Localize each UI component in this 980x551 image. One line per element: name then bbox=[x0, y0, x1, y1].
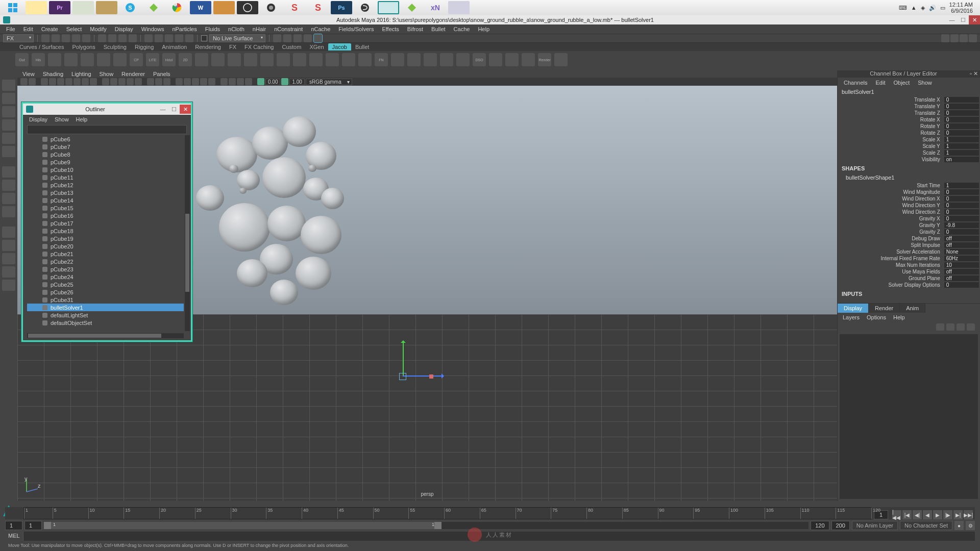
gamma-value[interactable]: 1.00 bbox=[289, 79, 304, 85]
play-forward-button[interactable]: ▶ bbox=[933, 510, 942, 519]
app-sd[interactable]: S bbox=[307, 1, 329, 14]
panel-menubar[interactable]: ViewShadingLightingShowRendererPanels bbox=[17, 70, 837, 78]
shelf-button-31[interactable] bbox=[522, 53, 535, 66]
ipr-icon[interactable] bbox=[293, 34, 302, 42]
gamma-icon[interactable] bbox=[229, 78, 236, 85]
outliner-vscrollbar[interactable] bbox=[185, 135, 190, 331]
window-titlebar[interactable]: Autodesk Maya 2016: S:\users\purepolygon… bbox=[0, 15, 980, 24]
layer-menubar[interactable]: LayersOptionsHelp bbox=[838, 313, 980, 322]
menu-nparticles[interactable]: nParticles bbox=[168, 26, 201, 32]
shelf-button-24[interactable] bbox=[407, 53, 421, 66]
snap-live-icon[interactable] bbox=[185, 34, 193, 42]
character-set-dropdown[interactable]: No Character Set bbox=[900, 521, 952, 530]
outliner-item[interactable]: pCube24 bbox=[27, 273, 184, 281]
outliner-maximize-button[interactable]: ☐ bbox=[168, 105, 180, 114]
toolbox[interactable] bbox=[0, 78, 17, 522]
shelf-button-9[interactable]: Hdol bbox=[162, 53, 176, 66]
step-back-button[interactable]: ◀| bbox=[913, 510, 922, 519]
use-lights-icon[interactable] bbox=[127, 78, 134, 85]
shelf-button-19[interactable] bbox=[326, 53, 339, 66]
graph-toggle-icon[interactable] bbox=[2, 240, 15, 251]
step-forward-key-button[interactable]: ▶| bbox=[953, 510, 963, 519]
range-end-inner[interactable]: 120 bbox=[811, 521, 829, 530]
light-icon-5[interactable] bbox=[208, 78, 215, 85]
attr-value-field[interactable]: 0 bbox=[944, 97, 979, 103]
app-skype[interactable]: S bbox=[119, 1, 141, 14]
shelf-tab-rigging[interactable]: Rigging bbox=[131, 43, 158, 51]
outliner-menubar[interactable]: DisplayShowHelp bbox=[23, 115, 191, 124]
shelf-button-29[interactable] bbox=[489, 53, 502, 66]
outliner-item[interactable]: bulletSolver1 bbox=[27, 304, 184, 311]
gamma-indicator-icon[interactable] bbox=[281, 78, 288, 85]
menu-fluids[interactable]: Fluids bbox=[201, 26, 224, 32]
last-tool-icon[interactable] bbox=[2, 146, 15, 157]
app-chrome[interactable] bbox=[166, 1, 188, 14]
selected-node-name[interactable]: bulletSolver1 bbox=[838, 88, 980, 96]
outliner-toggle-icon[interactable] bbox=[2, 227, 15, 238]
shelf-button-18[interactable] bbox=[309, 53, 323, 66]
anim-layer-dropdown[interactable]: No Anim Layer bbox=[852, 521, 898, 530]
attr-value-field[interactable]: off bbox=[944, 269, 979, 274]
attr-value-field[interactable]: off bbox=[944, 236, 979, 241]
attr-value-field[interactable]: None bbox=[944, 249, 979, 255]
snap-point-icon[interactable] bbox=[165, 34, 173, 42]
layer-icon-4[interactable] bbox=[967, 323, 975, 331]
attr-value-field[interactable]: off bbox=[944, 276, 979, 281]
construction-hist-icon[interactable] bbox=[273, 34, 281, 42]
menu-bifrost[interactable]: Bifrost bbox=[403, 26, 427, 32]
attr-value-field[interactable]: 1 bbox=[944, 143, 979, 149]
app-image[interactable] bbox=[96, 1, 117, 14]
outliner-item[interactable]: pCube17 bbox=[27, 219, 184, 227]
shelf-button-2[interactable] bbox=[48, 53, 61, 66]
attr-value-field[interactable]: 1 bbox=[944, 183, 979, 188]
isolate-icon[interactable] bbox=[147, 78, 154, 85]
outliner-item[interactable]: pCube13 bbox=[27, 189, 184, 196]
app-obs[interactable] bbox=[260, 1, 282, 14]
maximize-button[interactable]: ☐ bbox=[958, 15, 969, 24]
outliner-item[interactable]: pCube19 bbox=[27, 235, 184, 242]
single-pane-icon[interactable] bbox=[2, 166, 15, 178]
outliner-item[interactable]: pCube31 bbox=[27, 296, 184, 304]
res-gate-icon[interactable] bbox=[57, 78, 64, 85]
layer-tabs[interactable]: DisplayRenderAnim bbox=[838, 303, 980, 313]
wireframe-icon[interactable] bbox=[102, 78, 109, 85]
shelf[interactable]: OutHisCPLITEHdol2DFNDSORender bbox=[0, 51, 980, 68]
outliner-item[interactable]: pCube10 bbox=[27, 166, 184, 173]
shelf-button-5[interactable] bbox=[97, 53, 110, 66]
range-bar[interactable]: 1 120 bbox=[51, 522, 442, 529]
layer-menu-help[interactable]: Help bbox=[893, 314, 905, 320]
tray-action-icon[interactable]: ▭ bbox=[940, 5, 945, 11]
light-icon-4[interactable] bbox=[200, 78, 207, 85]
lasso-tool-icon[interactable] bbox=[2, 93, 15, 104]
lasso-mode-icon[interactable] bbox=[108, 34, 116, 42]
shadows-icon[interactable] bbox=[135, 78, 142, 85]
shelf-button-0[interactable]: Out bbox=[15, 53, 29, 66]
shelf-button-3[interactable] bbox=[64, 53, 78, 66]
layer-menu-options[interactable]: Options bbox=[867, 314, 886, 320]
app-word[interactable]: W bbox=[190, 1, 211, 14]
channel-box[interactable]: ChannelsEditObjectShow bulletSolver1 Tra… bbox=[837, 78, 980, 501]
mesh-blob[interactable] bbox=[321, 188, 344, 209]
select-mode-icon[interactable] bbox=[98, 34, 106, 42]
outliner-item[interactable]: pCube15 bbox=[27, 204, 184, 212]
outliner-window[interactable]: Outliner — ☐ ✕ DisplayShowHelp pCube6pCu… bbox=[21, 102, 192, 342]
outliner-item[interactable]: pCube12 bbox=[27, 181, 184, 189]
shelf-button-10[interactable]: 2D bbox=[179, 53, 192, 66]
gate-mask-icon[interactable] bbox=[65, 78, 72, 85]
manip-y-axis[interactable] bbox=[403, 341, 404, 377]
outliner-item[interactable]: pCube20 bbox=[27, 242, 184, 250]
attr-value-field[interactable]: 0 bbox=[944, 216, 979, 221]
range-start-inner[interactable]: 1 bbox=[24, 521, 42, 530]
panel-menu-view[interactable]: View bbox=[22, 71, 35, 77]
manip-z-handle[interactable] bbox=[429, 374, 433, 379]
render-settings-icon[interactable] bbox=[304, 34, 312, 42]
two-pane-h-icon[interactable] bbox=[2, 206, 15, 217]
shape-attributes[interactable]: Start Time1Wind Magnitude0Wind Direction… bbox=[838, 182, 980, 289]
shelf-tab-sculpting[interactable]: Sculpting bbox=[100, 43, 131, 51]
outliner-item[interactable]: pCube22 bbox=[27, 258, 184, 265]
mesh-blob[interactable] bbox=[270, 280, 298, 305]
layer-list[interactable] bbox=[840, 334, 978, 499]
shelf-button-8[interactable]: LITE bbox=[146, 53, 159, 66]
range-knob-left[interactable] bbox=[44, 522, 51, 529]
light-icon-3[interactable] bbox=[192, 78, 199, 85]
